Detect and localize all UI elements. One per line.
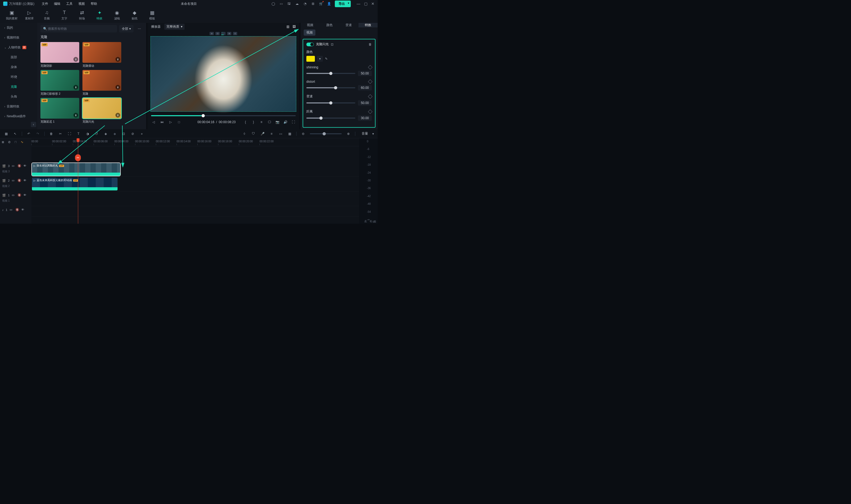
param-value[interactable]: 60.00 (358, 85, 372, 90)
track-folder-icon[interactable]: ▭ (12, 193, 15, 197)
more-button[interactable]: ⋯ (135, 25, 143, 33)
effect-thumb[interactable]: VIP⬇克隆阴影 (40, 42, 79, 68)
redo-button[interactable]: ↷ (35, 131, 40, 136)
download-icon[interactable]: ⬇ (73, 113, 78, 118)
track-visible-icon[interactable]: 👁 (21, 208, 25, 212)
render-icon[interactable]: ▭ (278, 131, 283, 136)
sidebar-item-face[interactable]: 面部 (0, 52, 37, 62)
pointer-tool-icon[interactable]: ↖ (13, 131, 18, 136)
download-icon[interactable]: ⬇ (73, 57, 78, 62)
prev-frame-button[interactable]: ◁ (151, 120, 156, 124)
download-icon[interactable]: ⬇ (115, 113, 120, 118)
sidebar-item-video-fx[interactable]: ›视频特效 (0, 33, 37, 42)
close-button[interactable]: ✕ (371, 2, 375, 6)
track-header[interactable]: ♪1 ▭ 🔇 👁 (0, 206, 31, 214)
zoom-out-button[interactable]: ⊖ (301, 131, 306, 136)
cloud-icon[interactable]: ☁ (295, 2, 299, 6)
track-folder-icon[interactable]: ▭ (12, 179, 15, 182)
search-input[interactable]: 🔍 搜索所有特效 (40, 25, 117, 33)
prop-tab-color[interactable]: 颜色 (320, 23, 339, 28)
sidebar-item-audio-fx[interactable]: ›音频特效 (0, 102, 37, 111)
track-header[interactable]: 🎬3 ▭ 🔇 👁 (0, 162, 31, 170)
link-icon[interactable]: ⊘ (8, 140, 12, 144)
apps-icon[interactable]: ⊞ (311, 2, 315, 6)
camera-icon[interactable]: 📷 (275, 120, 280, 124)
select-tool-icon[interactable]: ▦ (4, 131, 8, 136)
volume-label[interactable]: 音量 (362, 131, 368, 136)
sidebar-item-newblue[interactable]: ›NewBlue插件 (0, 111, 37, 121)
split-indicator-icon[interactable]: ✂ (75, 154, 81, 161)
tab-my-media[interactable]: ▣我的素材 (5, 10, 19, 20)
link-tool-icon[interactable]: ⊘ (130, 131, 135, 136)
layers-icon[interactable]: ≣ (2, 140, 6, 144)
list-icon[interactable]: ≡ (259, 120, 264, 124)
menu-edit[interactable]: 编辑 (54, 2, 60, 6)
keyframe-tool-icon[interactable]: ◆ (112, 131, 117, 136)
sidebar-item-headwear[interactable]: 头饰 (0, 92, 37, 102)
track-mute-icon[interactable]: 🔇 (15, 208, 19, 212)
track-header[interactable]: 🎬2 ▭ 🔇 👁 (0, 177, 31, 184)
param-value[interactable]: 50.00 (358, 100, 372, 106)
param-value[interactable]: 30.00 (358, 115, 372, 121)
sidebar-item-human-fx[interactable]: ⌄人物特效新 (0, 42, 37, 52)
delete-button[interactable]: 🗑 (49, 131, 54, 136)
crop-button[interactable]: ⛶ (67, 131, 72, 136)
save-icon[interactable]: 🖫 (287, 2, 291, 6)
tab-stickers[interactable]: ◆贴纸 (128, 10, 142, 20)
preview-viewport[interactable]: ⊕⊡⋯09⊞⊡ (150, 31, 297, 112)
minimize-button[interactable]: — (357, 2, 360, 6)
timeline-ruler[interactable]: 00:0000:00:02:0000:00:04:0000:00:06:0000… (31, 138, 359, 146)
scrub-bar[interactable] (151, 113, 296, 118)
param-slider[interactable] (306, 102, 355, 104)
grid-icon[interactable]: ▦ (287, 131, 292, 136)
tab-effects[interactable]: ✦特效 (93, 10, 106, 20)
prop-tab-speed[interactable]: 变速 (339, 23, 359, 28)
clip-video-3[interactable]: ▷医生对比两颗药丸VIP (32, 163, 120, 176)
keyframe-button[interactable] (368, 109, 373, 114)
text-tool-icon[interactable]: T (76, 131, 81, 136)
param-slider[interactable] (306, 118, 355, 119)
keyframe-button[interactable] (368, 65, 373, 70)
track-header[interactable]: 🎬1 ▭ 🔇 👁 (0, 192, 31, 199)
effect-thumb[interactable]: VIP⬇克隆摆动 (83, 42, 121, 68)
compare-icon[interactable]: ▥ (286, 25, 289, 29)
screen-icon[interactable]: ▭ (279, 2, 283, 6)
filter-dropdown[interactable]: 全部▾ (119, 25, 133, 33)
quality-dropdown[interactable]: 完整画质▾ (164, 24, 184, 30)
menu-help[interactable]: 帮助 (91, 2, 97, 6)
shield-icon[interactable]: ⛉ (251, 131, 256, 136)
eyedropper-icon[interactable]: ✎ (325, 57, 328, 61)
color-swatch[interactable] (306, 56, 315, 62)
prop-tab-effects[interactable]: 特效 (359, 23, 378, 28)
timeline-tracks[interactable]: 00:0000:00:02:0000:00:04:0000:00:06:0000… (31, 138, 359, 224)
download-icon[interactable]: ⬇ (115, 85, 120, 90)
download-icon[interactable]: ⬇ (115, 57, 120, 62)
sidebar-item-clone[interactable]: 克隆 (0, 82, 37, 92)
menu-view[interactable]: 视图 (78, 2, 85, 6)
delete-effect-button[interactable]: 🗑 (368, 42, 372, 46)
playhead[interactable]: ✂ (78, 138, 78, 224)
track-mute-icon[interactable]: 🔇 (18, 193, 21, 197)
sidebar-item-surround[interactable]: 环绕 (0, 72, 37, 82)
zoom-in-button[interactable]: ⊕ (346, 131, 351, 136)
record-icon[interactable]: ◯ (271, 2, 275, 6)
track-mute-icon[interactable]: 🔇 (18, 164, 21, 168)
prop-tab-video[interactable]: 视频 (301, 23, 320, 28)
color-dropdown[interactable]: ▾ (317, 56, 323, 62)
magnet-icon[interactable]: ⊓ (14, 140, 19, 144)
mic-icon[interactable]: 🎤 (260, 131, 265, 136)
sidebar-item-body[interactable]: 身体 (0, 62, 37, 72)
expand-tool-icon[interactable]: » (139, 131, 144, 136)
stop-button[interactable]: □ (177, 120, 181, 124)
menu-tools[interactable]: 工具 (66, 2, 73, 6)
headphone-icon[interactable]: ◔ (303, 2, 307, 6)
speed-tool-icon[interactable]: ⏱ (94, 131, 99, 136)
zoom-slider[interactable] (310, 133, 342, 134)
track-visible-icon[interactable]: 👁 (23, 179, 27, 182)
effect-toggle[interactable] (306, 42, 314, 46)
mark-in-icon[interactable]: { (243, 120, 248, 124)
sidebar-collapse-button[interactable]: ‹ (31, 122, 36, 127)
keyframe-button[interactable] (368, 79, 373, 84)
tab-audio[interactable]: ♫音频 (40, 10, 54, 20)
track-visible-icon[interactable]: 👁 (23, 164, 27, 168)
